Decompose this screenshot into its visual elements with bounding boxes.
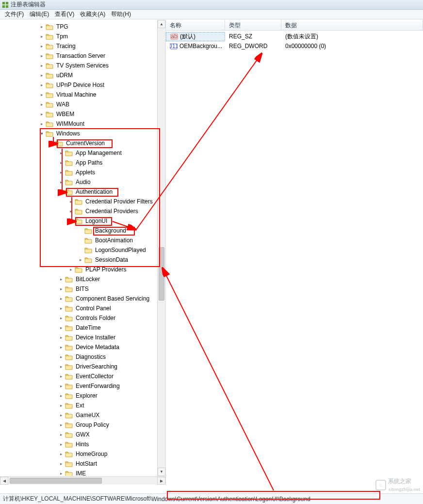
column-type[interactable]: 类型 xyxy=(225,20,281,30)
folder-icon xyxy=(46,52,53,59)
expand-icon[interactable]: ▸ xyxy=(58,393,64,399)
scroll-down-icon[interactable]: ▼ xyxy=(158,468,165,476)
tree-node[interactable]: ▸Ext xyxy=(0,401,157,410)
expand-icon[interactable]: ▸ xyxy=(58,441,64,447)
tree-node[interactable]: ▸TV System Services xyxy=(0,61,157,70)
tree-node[interactable]: ▸BitLocker xyxy=(0,274,157,284)
tree-node-label: Transaction Server xyxy=(55,52,106,59)
scroll-thumb-h[interactable] xyxy=(10,478,102,484)
tree-node[interactable]: ▸DateTime xyxy=(0,323,157,333)
folder-icon xyxy=(65,334,73,341)
tree-node[interactable]: ▸UPnP Device Host xyxy=(0,80,157,90)
tree-node[interactable]: ▸HomeGroup xyxy=(0,449,157,459)
expand-icon[interactable]: ▸ xyxy=(39,121,45,127)
tree-node[interactable]: ▸Transaction Server xyxy=(0,51,157,61)
expand-icon[interactable]: ▸ xyxy=(58,432,64,437)
watermark: ⌂ 系统之家 xitongzhijia.net xyxy=(375,477,420,492)
expand-icon[interactable]: ▸ xyxy=(39,43,45,49)
tree-node[interactable]: ▸TPG xyxy=(0,22,157,32)
expand-icon[interactable]: ▸ xyxy=(58,412,64,418)
value-row[interactable]: 011OEMBackgrou...REG_DWORD0x00000000 (0) xyxy=(166,41,423,51)
folder-icon xyxy=(65,305,73,312)
expand-icon[interactable]: ▸ xyxy=(58,276,64,282)
expand-icon[interactable]: ▸ xyxy=(39,72,45,78)
folder-icon xyxy=(46,23,53,30)
expand-icon[interactable]: ▸ xyxy=(58,286,64,292)
folder-icon xyxy=(65,451,73,457)
tree-node[interactable]: ▸GWX xyxy=(0,430,157,439)
expand-icon[interactable]: ▸ xyxy=(58,296,64,302)
expand-icon[interactable]: ▸ xyxy=(58,451,64,457)
tree-node[interactable]: ▸Explorer xyxy=(0,391,157,401)
expand-icon[interactable]: ▸ xyxy=(58,422,64,428)
expand-icon[interactable]: ▸ xyxy=(58,403,64,408)
tree-node[interactable]: ▸GameUX xyxy=(0,410,157,420)
expand-icon[interactable]: ▸ xyxy=(39,101,45,107)
menu-file[interactable]: 文件(F) xyxy=(2,9,27,19)
tree-node[interactable]: ▸WBEM xyxy=(0,109,157,119)
column-data[interactable]: 数据 xyxy=(281,20,423,30)
expand-icon[interactable]: ▸ xyxy=(39,53,45,59)
menu-help[interactable]: 帮助(H) xyxy=(108,9,134,19)
menu-view[interactable]: 查看(V) xyxy=(52,9,77,19)
expand-icon[interactable]: ▸ xyxy=(39,63,45,68)
tree-node[interactable]: ▸Device Installer xyxy=(0,333,157,342)
expand-icon[interactable]: ▸ xyxy=(58,354,64,360)
folder-icon xyxy=(65,421,73,428)
folder-icon xyxy=(65,441,73,448)
column-name[interactable]: 名称 xyxy=(166,20,225,30)
tree-horizontal-scrollbar[interactable]: ◀ ▶ xyxy=(0,476,165,485)
tree-node[interactable]: ▸Virtual Machine xyxy=(0,90,157,100)
value-row[interactable]: ab(默认)REG_SZ(数值未设置) xyxy=(166,32,423,41)
folder-icon xyxy=(46,33,53,40)
expand-icon[interactable]: ▸ xyxy=(58,470,64,476)
titlebar: 注册表编辑器 xyxy=(0,0,423,10)
tree-node[interactable]: ▸Control Panel xyxy=(0,303,157,313)
tree-node[interactable]: ▸EventForwarding xyxy=(0,381,157,391)
expand-icon[interactable]: ▸ xyxy=(39,92,45,98)
tree-node[interactable]: ▸Device Metadata xyxy=(0,342,157,352)
expand-icon[interactable]: ▸ xyxy=(58,315,64,321)
tree-node[interactable]: ▸Diagnostics xyxy=(0,352,157,362)
expand-icon[interactable]: ▸ xyxy=(39,82,45,88)
tree-node[interactable]: ▸WAB xyxy=(0,100,157,109)
tree-node[interactable]: ▸Hints xyxy=(0,439,157,449)
expand-icon[interactable]: ▸ xyxy=(58,373,64,379)
expand-icon[interactable]: ▸ xyxy=(58,305,64,311)
tree-node[interactable]: ▸Component Based Servicing xyxy=(0,294,157,303)
expand-icon[interactable]: ▸ xyxy=(58,325,64,331)
values-list[interactable]: ab(默认)REG_SZ(数值未设置)011OEMBackgrou...REG_… xyxy=(166,31,423,51)
expand-icon[interactable]: ▸ xyxy=(39,24,45,30)
expand-icon[interactable]: ▸ xyxy=(39,34,45,39)
expand-icon[interactable]: ▸ xyxy=(58,461,64,467)
folder-icon xyxy=(46,111,53,118)
tree-node-label: Tpm xyxy=(55,33,69,40)
folder-icon xyxy=(65,383,73,389)
folder-icon xyxy=(65,295,73,302)
expand-icon[interactable]: ▸ xyxy=(58,383,64,389)
tree-node[interactable]: ▸Controls Folder xyxy=(0,313,157,323)
tree-node[interactable]: ▸Group Policy xyxy=(0,420,157,430)
expand-icon[interactable]: ▸ xyxy=(68,267,74,272)
expand-icon[interactable]: ▸ xyxy=(58,344,64,350)
tree-node-label: Controls Folder xyxy=(75,315,116,321)
menu-favorites[interactable]: 收藏夹(A) xyxy=(77,9,108,19)
scroll-right-icon[interactable]: ▶ xyxy=(157,477,165,485)
expand-icon[interactable]: ▸ xyxy=(58,364,64,370)
tree-node[interactable]: ▸IME xyxy=(0,469,157,476)
tree-node[interactable]: ▸DriverSearching xyxy=(0,362,157,371)
tree-node[interactable]: ▸uDRM xyxy=(0,70,157,80)
tree-node[interactable]: ▸Tracing xyxy=(0,41,157,51)
tree-node-label: GWX xyxy=(75,431,91,438)
tree-node[interactable]: ▸BITS xyxy=(0,284,157,294)
svg-text:011: 011 xyxy=(170,43,178,50)
tree-node[interactable]: ▸EventCollector xyxy=(0,371,157,381)
scroll-up-icon[interactable]: ▲ xyxy=(158,20,165,28)
tree-node[interactable]: ▸Tpm xyxy=(0,32,157,41)
expand-icon[interactable]: ▸ xyxy=(58,335,64,340)
tree-node[interactable]: ▸WIMMount xyxy=(0,119,157,129)
expand-icon[interactable]: ▸ xyxy=(39,111,45,117)
menu-edit[interactable]: 编辑(E) xyxy=(27,9,52,19)
tree-node[interactable]: ▸HotStart xyxy=(0,459,157,469)
scroll-left-icon[interactable]: ◀ xyxy=(0,477,8,485)
